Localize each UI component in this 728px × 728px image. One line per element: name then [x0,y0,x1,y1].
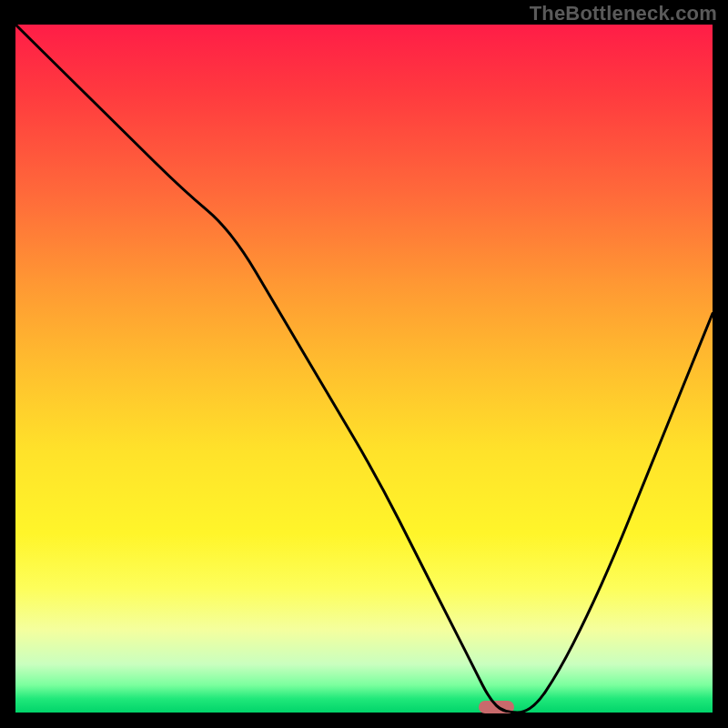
chart-frame: TheBottleneck.com [0,0,728,728]
plot-area [15,25,713,713]
curve-layer [15,25,713,713]
bottleneck-curve [15,25,713,713]
watermark-text: TheBottleneck.com [530,2,717,25]
